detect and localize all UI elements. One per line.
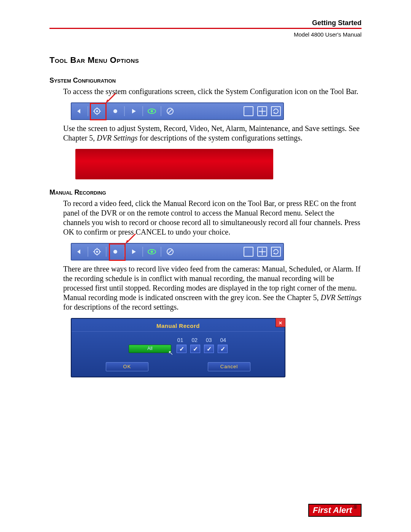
svg-point-22 (96, 251, 98, 253)
toolbar-divider (142, 247, 143, 257)
play-icon[interactable] (129, 247, 139, 257)
toolbar-divider (161, 106, 161, 116)
rotate-view-icon[interactable] (271, 106, 281, 116)
record-dot-icon[interactable] (110, 106, 120, 116)
manual-record-dialog: × Manual Record 01 02 03 04 All ↖ ✓ ✓ ✓ … (71, 318, 285, 377)
channel-01: 01 (177, 337, 183, 343)
compass-icon[interactable] (165, 106, 175, 116)
header-section: Getting Started (312, 19, 362, 27)
record-dot-icon[interactable] (110, 247, 120, 257)
toolbar-divider (161, 247, 161, 257)
eye-icon[interactable] (147, 247, 157, 257)
svg-marker-28 (132, 249, 136, 254)
left-arrow-icon[interactable] (74, 247, 84, 257)
gear-icon[interactable] (92, 247, 102, 257)
toolbar-divider (88, 247, 88, 257)
cancel-button[interactable]: Cancel (208, 362, 250, 371)
toolbar-divider (124, 247, 125, 257)
callout-arrow-icon (104, 93, 117, 104)
single-view-icon[interactable] (244, 106, 253, 116)
toolbar-manrec (71, 243, 284, 260)
rotate-view-icon[interactable] (271, 247, 281, 257)
eye-icon[interactable] (147, 106, 157, 116)
quad-view-icon[interactable] (257, 247, 267, 257)
toolbar-sysconf (71, 102, 284, 120)
toolbar-divider (106, 106, 107, 116)
callout-arrow-icon (124, 233, 137, 244)
left-arrow-icon[interactable] (74, 106, 84, 116)
svg-line-18 (127, 234, 135, 242)
svg-point-12 (151, 110, 153, 112)
close-icon[interactable]: × (276, 318, 285, 327)
svg-line-14 (168, 109, 172, 113)
settings-tabs-placeholder (75, 149, 273, 179)
quad-view-icon[interactable] (257, 106, 267, 116)
sysconf-p2: Use the screen to adjust System, Record,… (63, 124, 362, 143)
svg-point-9 (113, 109, 117, 113)
toolbar-divider (88, 106, 88, 116)
dialog-title: Manual Record (72, 319, 285, 332)
channel-02: 02 (191, 337, 198, 343)
page-title: Tool Bar Menu Options (49, 55, 362, 65)
svg-marker-2 (77, 109, 80, 113)
svg-line-0 (107, 93, 116, 102)
compass-icon[interactable] (165, 247, 175, 257)
svg-marker-20 (77, 249, 80, 254)
toolbar-divider (124, 106, 125, 116)
channel-04: 04 (220, 337, 226, 343)
svg-marker-10 (132, 109, 136, 113)
svg-point-4 (96, 110, 98, 112)
channel-check-01[interactable]: ✓ (177, 345, 186, 353)
toolbar-divider (142, 106, 143, 116)
svg-point-27 (113, 250, 117, 254)
play-icon[interactable] (129, 106, 139, 116)
channel-03: 03 (206, 337, 212, 343)
channel-check-04[interactable]: ✓ (218, 345, 228, 353)
svg-point-30 (151, 251, 153, 253)
sysconf-heading: System Configuration (49, 77, 362, 85)
toolbar-divider (106, 247, 107, 257)
brand-logo: First Alert® (308, 504, 362, 517)
svg-line-32 (168, 250, 172, 254)
manrec-p1: To record a video feed, click the Manual… (63, 199, 362, 237)
ok-button[interactable]: OK (106, 362, 148, 371)
all-button[interactable]: All ↖ (129, 345, 171, 353)
header-subtitle: Model 4800 User's Manual (49, 31, 362, 38)
cursor-icon: ↖ (168, 349, 173, 356)
manrec-p2: There are three ways to record live vide… (63, 264, 362, 312)
channel-check-02[interactable]: ✓ (190, 345, 200, 353)
manrec-heading: Manual Recording (49, 189, 362, 197)
single-view-icon[interactable] (244, 247, 253, 257)
channel-check-03[interactable]: ✓ (204, 345, 214, 353)
gear-icon[interactable] (92, 106, 102, 116)
channel-labels: 01 02 03 04 (177, 337, 226, 343)
